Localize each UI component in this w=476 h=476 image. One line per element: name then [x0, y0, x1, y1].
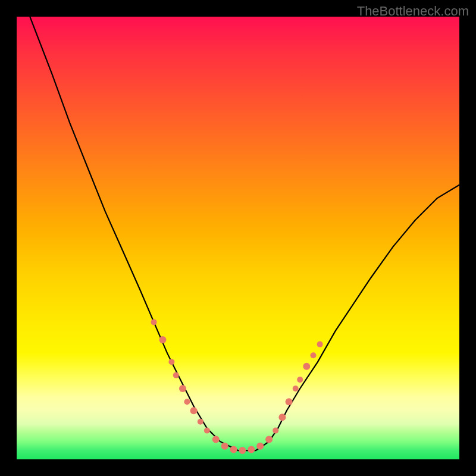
watermark-text: TheBottleneck.com: [357, 4, 469, 19]
chart-gradient-background: [17, 17, 459, 459]
